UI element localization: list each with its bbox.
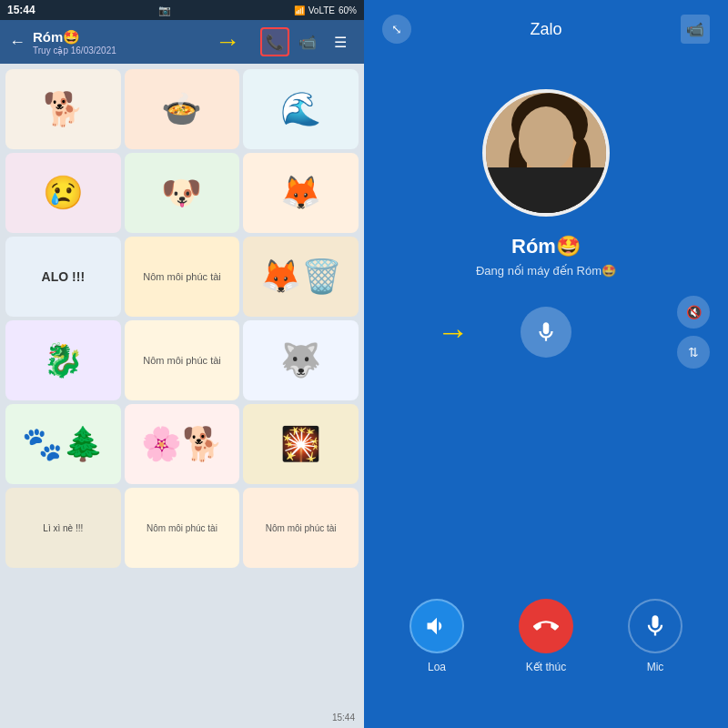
sticker-item: Nôm môi phúc tài <box>125 488 240 568</box>
sticker-item: Nôm môi phúc tài <box>125 320 240 400</box>
speaker-control[interactable]: Loa <box>410 599 464 673</box>
svg-rect-3 <box>536 188 563 207</box>
mic-control[interactable]: Mic <box>628 599 682 673</box>
menu-button[interactable]: ☰ <box>326 27 355 56</box>
sticker-item: 🐉 <box>5 320 121 400</box>
expand-button[interactable]: ⤡ <box>382 15 411 44</box>
mic-indicator-icon <box>534 320 558 344</box>
mic-indicator-circle <box>521 307 571 358</box>
sticker-emoji: 🐺 <box>280 320 321 400</box>
zalo-call-panel: ⤡ Zalo 📹 <box>364 0 728 728</box>
sticker-emoji: 🐉 <box>43 320 84 400</box>
sticker-item: 🐕 <box>5 69 121 149</box>
sticker-item: 😢 <box>5 153 121 233</box>
avatar-image <box>486 93 606 213</box>
call-controls: Loa Kết thúc Mic <box>364 599 728 673</box>
sticker-item: 🦊 <box>243 153 359 233</box>
sticker-emoji: 🐾🌲 <box>22 404 104 484</box>
sticker-item: 🦊🗑️ <box>243 237 359 317</box>
sticker-item: 🐺 <box>243 320 359 400</box>
yellow-arrow-annotation: → <box>437 313 470 351</box>
sticker-emoji: 🦊🗑️ <box>260 237 342 317</box>
sticker-emoji: 🐶 <box>161 153 202 233</box>
wifi-icon: 📶 <box>294 5 305 15</box>
message-timestamp: 15:44 <box>332 713 355 723</box>
voice-call-button[interactable]: 📞 <box>260 27 289 56</box>
sticker-emoji: 🍲 <box>161 69 202 149</box>
signal-label: VoLTE <box>308 5 335 15</box>
sticker-text: Nôm môi phúc tài <box>147 523 217 533</box>
svg-point-8 <box>557 156 564 161</box>
video-icon: 📹 <box>298 34 317 51</box>
sticker-emoji: 🦊 <box>280 153 321 233</box>
speaker-icon <box>424 613 450 639</box>
left-chat-panel: 15:44 📷 📶 VoLTE 60% ← Róm🤩 Truy cập 16/0… <box>0 0 364 728</box>
svg-point-5 <box>509 138 527 193</box>
battery-label: 60% <box>339 5 357 15</box>
mic-button[interactable] <box>628 599 682 653</box>
chat-messages: 🐕 🍲 🌊 😢 🐶 🦊 ALO !!! Nôm môi phúc tài 🦊🗑️ <box>0 64 364 728</box>
video-call-button[interactable]: 📹 <box>293 27 322 56</box>
sticker-item: ALO !!! <box>5 237 121 317</box>
svg-rect-4 <box>486 197 606 213</box>
caller-name: Róm🤩 <box>511 235 581 258</box>
time: 15:44 <box>7 4 35 16</box>
camera-icon: 📹 <box>686 21 704 38</box>
expand-icon: ⤡ <box>391 22 402 36</box>
status-bar: 15:44 📷 📶 VoLTE 60% <box>0 0 364 20</box>
sticker-item: Nôm môi phúc tài <box>125 237 240 317</box>
end-call-button[interactable] <box>519 599 573 653</box>
sticker-text: Nôm môi phúc tài <box>141 353 223 368</box>
sticker-item: 🐶 <box>125 153 240 233</box>
mute-button[interactable]: 🔇 <box>677 296 710 329</box>
camera-icon: 📷 <box>158 5 171 16</box>
sticker-emoji: 🐕 <box>43 69 84 149</box>
status-bar-right: 📶 VoLTE 60% <box>294 5 357 15</box>
sticker-item: 🎇 <box>243 404 359 484</box>
mic-icon <box>642 613 668 639</box>
end-call-control[interactable]: Kết thúc <box>519 599 573 673</box>
end-call-label: Kết thúc <box>526 661 566 673</box>
sticker-item: 🍲 <box>125 69 240 149</box>
sticker-emoji: 🎇 <box>280 404 321 484</box>
speaker-label: Loa <box>428 661 446 673</box>
svg-point-6 <box>572 138 591 193</box>
sticker-item: 🌊 <box>243 69 359 149</box>
chat-header: ← Róm🤩 Truy cập 16/03/2021 → 📞 📹 ☰ <box>0 20 364 64</box>
speaker-button[interactable] <box>410 599 464 653</box>
sticker-text: Nôm môi phúc tài <box>266 523 337 533</box>
sticker-text: Nôm môi phúc tài <box>139 268 225 286</box>
yellow-arrow-annotation: → <box>215 27 240 56</box>
swap-icon: ⇅ <box>688 345 699 359</box>
side-controls: 🔇 ⇅ <box>677 296 710 369</box>
sticker-text: Lì xì nè !!! <box>43 523 83 533</box>
sticker-item: 🐾🌲 <box>5 404 121 484</box>
avatar-svg <box>486 93 606 213</box>
sticker-text: ALO !!! <box>38 266 88 288</box>
sticker-emoji: 🌊 <box>280 69 321 149</box>
call-header: ⤡ Zalo 📹 <box>364 0 728 53</box>
caller-avatar <box>482 89 610 217</box>
sticker-emoji: 🌸🐕 <box>141 404 223 484</box>
mute-icon: 🔇 <box>686 305 702 319</box>
mic-highlight-area: → 🔇 ⇅ <box>364 305 728 359</box>
menu-icon: ☰ <box>334 34 347 51</box>
sticker-emoji: 😢 <box>43 153 84 233</box>
mic-label: Mic <box>647 661 664 673</box>
svg-point-2 <box>518 126 581 196</box>
app-title: Zalo <box>530 20 561 39</box>
call-status: Đang nối máy đến Róm🤩 <box>476 264 616 278</box>
back-button[interactable]: ← <box>9 33 25 52</box>
video-toggle-button[interactable]: 📹 <box>681 15 710 44</box>
swap-button[interactable]: ⇅ <box>677 336 710 369</box>
sticker-item: Lì xì nè !!! <box>5 488 121 568</box>
phone-icon: 📞 <box>266 34 284 51</box>
sticker-item: 🌸🐕 <box>125 404 240 484</box>
svg-point-7 <box>535 156 542 161</box>
sticker-item: Nôm môi phúc tài <box>243 488 359 568</box>
end-call-icon <box>533 613 559 639</box>
